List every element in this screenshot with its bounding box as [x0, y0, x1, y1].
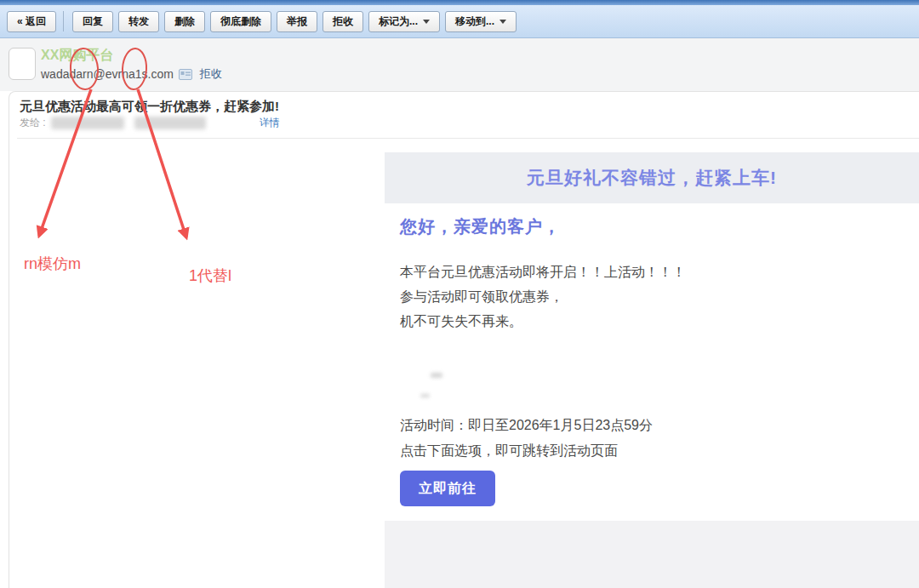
report-button[interactable]: 举报: [277, 11, 317, 32]
block-button-label: 拒收: [333, 14, 353, 29]
sender-strip: [0, 38, 919, 91]
mark-as-label: 标记为...: [379, 14, 418, 29]
to-label: 发给 :: [20, 116, 46, 130]
block-button[interactable]: 拒收: [323, 11, 363, 32]
email-paragraph: 参与活动即可领取优惠券，: [400, 284, 686, 309]
chevron-down-icon: [499, 20, 506, 24]
contact-card-icon[interactable]: [179, 69, 192, 80]
toolbar-divider: [63, 11, 64, 31]
email-paragraphs: 本平台元旦优惠活动即将开启！！上活动！！！ 参与活动即可领取优惠券， 机不可失失…: [400, 260, 686, 334]
email-banner-title: 元旦好礼不容错过，赶紧上车!: [527, 166, 777, 190]
sender-email-row: wadadarn@evrna1s.com 拒收: [41, 66, 222, 82]
mark-as-dropdown[interactable]: 标记为...: [368, 11, 440, 32]
delete-forever-button[interactable]: 彻底删除: [210, 11, 271, 32]
back-button-label: « 返回: [17, 14, 46, 29]
delete-button[interactable]: 删除: [164, 11, 205, 32]
mail-toolbar: « 返回 回复 转发 删除 彻底删除 举报 拒收 标记为... 移动到...: [0, 5, 919, 38]
activity-time-line: 活动时间：即日至2026年1月5日23点59分: [400, 413, 653, 438]
forward-button-label: 转发: [128, 14, 149, 29]
back-button[interactable]: « 返回: [7, 11, 56, 32]
email-content-card: 元旦好礼不容错过，赶紧上车! 您好，亲爱的客户， 本平台元旦优惠活动即将开启！！…: [385, 152, 919, 588]
move-to-label: 移动到...: [455, 14, 494, 29]
message-subject: 元旦优惠活动最高可领一折优惠券，赶紧参加!: [20, 99, 279, 115]
redacted-recipient: [51, 117, 124, 129]
chevron-down-icon: [423, 20, 430, 24]
reply-button-label: 回复: [83, 14, 103, 29]
subject-separator: [17, 138, 919, 139]
reply-button[interactable]: 回复: [72, 11, 113, 32]
annotation-rn-imitates-m: rn模仿m: [24, 254, 81, 274]
report-button-label: 举报: [287, 14, 307, 29]
forward-button[interactable]: 转发: [118, 11, 159, 32]
delete-button-label: 删除: [174, 14, 195, 29]
email-paragraph: 机不可失失不再来。: [400, 309, 686, 334]
annotation-1-replaces-l: 1代替l: [189, 265, 231, 286]
webmail-message-view: « 返回 回复 转发 删除 彻底删除 举报 拒收 标记为... 移动到...: [0, 0, 919, 588]
email-paragraph: 本平台元旦优惠活动即将开启！！上活动！！！: [400, 260, 686, 284]
email-activity-info: 活动时间：即日至2026年1月5日23点59分 点击下面选项，即可跳转到活动页面: [400, 413, 653, 464]
go-now-button[interactable]: 立即前往: [400, 471, 495, 506]
delete-forever-button-label: 彻底删除: [220, 14, 261, 29]
faint-redacted-mark: [420, 394, 430, 397]
redacted-recipient: [134, 117, 206, 129]
sender-email: wadadarn@evrna1s.com: [41, 67, 174, 81]
sender-display-name: XX网购平台: [41, 47, 113, 65]
email-greeting: 您好，亲爱的客户，: [400, 215, 561, 238]
card-header-band: 元旦好礼不容错过，赶紧上车!: [385, 152, 919, 203]
click-instruction-line: 点击下面选项，即可跳转到活动页面: [400, 438, 653, 464]
reject-sender-link[interactable]: 拒收: [200, 66, 222, 82]
card-footer-band: [385, 521, 919, 588]
details-link[interactable]: 详情: [260, 116, 280, 130]
select-checkbox[interactable]: [9, 48, 36, 80]
recipient-row: 发给 : 详情: [20, 116, 280, 130]
faint-redacted-mark: [431, 373, 442, 378]
move-to-dropdown[interactable]: 移动到...: [445, 11, 517, 32]
